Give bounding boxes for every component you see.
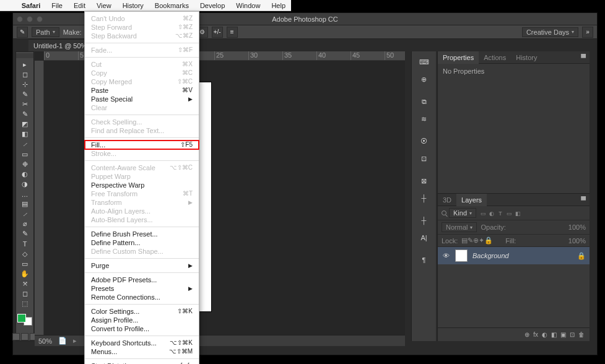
lock-option-0[interactable]: ▤ <box>461 236 468 244</box>
tool-slot-12[interactable]: ◑ <box>17 179 33 189</box>
fill-value[interactable]: 100% <box>568 237 586 245</box>
lock-option-1[interactable]: ✎ <box>468 236 473 244</box>
doc-size-icon[interactable]: 📄 <box>58 337 67 345</box>
lock-option-4[interactable]: 🔒 <box>484 236 493 244</box>
mini-panel-6[interactable]: ⊠ <box>415 173 433 189</box>
edit-menu-assign-profile-[interactable]: Assign Profile... <box>85 316 199 324</box>
blend-mode-select[interactable]: Normal▾ <box>442 222 477 232</box>
edit-menu-fill-[interactable]: Fill...⇧F5 <box>85 141 199 149</box>
mac-menu-view[interactable]: View <box>91 0 117 11</box>
edit-menu-define-pattern-[interactable]: Define Pattern... <box>85 238 199 247</box>
mini-panel-5[interactable]: ⊡ <box>415 150 433 167</box>
layer-filter-icon-0[interactable]: ▭ <box>479 210 487 217</box>
tool-slot-23[interactable]: ◻ <box>17 289 33 299</box>
edit-menu-define-brush-preset-[interactable]: Define Brush Preset... <box>85 230 199 238</box>
tool-slot-22[interactable]: ⤧ <box>17 279 33 288</box>
layers-footer-btn-4[interactable]: ▣ <box>560 331 566 338</box>
tool-slot-14[interactable]: ▤ <box>17 199 33 209</box>
close-window-button[interactable] <box>17 16 23 22</box>
mini-panel-1[interactable]: ⊕ <box>415 71 433 87</box>
zoom-window-button[interactable] <box>37 16 43 22</box>
color-swatches[interactable] <box>17 314 32 326</box>
zoom-level[interactable]: 50% <box>38 337 52 345</box>
tool-slot-11[interactable]: ◐ <box>17 169 33 179</box>
tool-slot-15[interactable]: ⟋ <box>17 209 33 219</box>
layers-footer-btn-0[interactable]: ⊕ <box>524 331 529 338</box>
path-mode-select[interactable]: Path▾ <box>32 27 59 37</box>
tool-slot-3[interactable]: ✎ <box>17 89 33 99</box>
mini-panel-7[interactable]: ┼ <box>415 190 433 206</box>
workspace-collapse-icon[interactable]: » <box>582 27 593 38</box>
layer-filter-icon-4[interactable]: ◧ <box>513 210 522 217</box>
mini-panel-3[interactable]: ≋ <box>415 111 433 127</box>
tool-slot-20[interactable]: ▭ <box>17 259 33 269</box>
mac-menu-safari[interactable]: Safari <box>16 0 46 11</box>
edit-menu-paste-special[interactable]: Paste Special▶ <box>85 95 199 103</box>
foreground-color-swatch[interactable] <box>17 314 26 323</box>
edit-menu-convert-to-profile-[interactable]: Convert to Profile... <box>85 324 199 333</box>
edit-menu-keyboard-shortcuts-[interactable]: Keyboard Shortcuts...⌥⇧⌘K <box>85 339 199 347</box>
layer-filter-kind[interactable]: Kind▾ <box>449 208 476 218</box>
edit-menu-color-settings-[interactable]: Color Settings...⇧⌘K <box>85 307 199 316</box>
layer-thumbnail[interactable] <box>455 249 468 262</box>
tab-properties[interactable]: Properties <box>438 51 479 64</box>
options-icon-3[interactable]: +/- <box>212 27 223 38</box>
layers-panel-menu-icon[interactable]: ▀ <box>577 196 590 204</box>
opacity-value[interactable]: 100% <box>568 223 586 231</box>
tool-slot-13[interactable]: … <box>17 189 33 199</box>
options-icon-4[interactable]: ≡ <box>227 27 238 38</box>
mini-panel-8[interactable]: ┼ <box>415 212 433 228</box>
lock-option-3[interactable]: ✦ <box>479 236 484 244</box>
mini-panel-4[interactable]: ⦿ <box>415 133 433 149</box>
lock-option-2[interactable]: ⊕ <box>473 236 479 244</box>
mac-menu-bookmarks[interactable]: Bookmarks <box>149 0 194 11</box>
layers-footer-btn-5[interactable]: ⊡ <box>570 331 575 338</box>
mac-menu-develop[interactable]: Develop <box>194 0 230 11</box>
edit-menu-perspective-warp[interactable]: Perspective Warp <box>85 181 199 189</box>
mini-panel-10[interactable]: ¶ <box>415 252 433 268</box>
mac-menu-history[interactable]: History <box>117 0 149 11</box>
screenmode-standard[interactable] <box>12 333 20 340</box>
edit-menu-paste[interactable]: Paste⌘V <box>85 86 199 95</box>
tool-slot-7[interactable]: ◧ <box>17 129 33 139</box>
mac-menu-edit[interactable]: Edit <box>68 0 91 11</box>
tool-slot-0[interactable]: ▸ <box>17 59 33 69</box>
tool-preset-icon[interactable]: ✎ <box>17 27 28 38</box>
tab-3d[interactable]: 3D <box>438 194 456 206</box>
tool-slot-16[interactable]: ⌀ <box>17 219 33 229</box>
tool-slot-2[interactable]: ⊹ <box>17 79 33 89</box>
mini-panel-9[interactable]: A| <box>415 230 433 246</box>
layer-item-background[interactable]: 👁 Background 🔒 <box>438 247 590 264</box>
tool-slot-5[interactable]: ✎ <box>17 110 33 119</box>
tool-slot-24[interactable]: ⬚ <box>17 299 33 309</box>
tool-slot-1[interactable]: ◻ <box>17 69 33 79</box>
layers-footer-btn-2[interactable]: ◐ <box>542 331 547 338</box>
edit-menu-menus-[interactable]: Menus...⌥⇧⌘M <box>85 347 199 356</box>
mac-menu-window[interactable]: Window <box>230 0 266 11</box>
edit-menu-start-dictation[interactable]: Start Dictationfn fn <box>85 362 199 364</box>
tools-collapse-handle[interactable] <box>16 53 33 58</box>
layer-filter-icon-2[interactable]: T <box>496 210 505 217</box>
layer-filter-icon-1[interactable]: ◐ <box>487 210 496 217</box>
screenmode-full[interactable] <box>21 333 28 340</box>
layers-footer-btn-1[interactable]: fx <box>533 331 538 338</box>
workspace-switcher[interactable]: Creative Days▾ <box>522 27 578 37</box>
layer-filter-icon-3[interactable]: ▭ <box>505 210 513 217</box>
tool-slot-21[interactable]: ✋ <box>17 269 33 279</box>
tab-actions[interactable]: Actions <box>479 51 511 64</box>
layers-footer-btn-6[interactable]: 🗑 <box>578 331 585 338</box>
edit-menu-remote-connections-[interactable]: Remote Connections... <box>85 293 199 301</box>
minimize-window-button[interactable] <box>27 16 33 22</box>
tool-slot-6[interactable]: ◩ <box>17 119 33 129</box>
mini-panel-2[interactable]: ⧉ <box>415 93 433 110</box>
tab-layers[interactable]: Layers <box>456 194 487 206</box>
tool-slot-19[interactable]: ◇ <box>17 249 33 259</box>
properties-panel-menu-icon[interactable]: ▀ <box>577 54 590 61</box>
visibility-toggle-icon[interactable]: 👁 <box>442 252 450 259</box>
layers-footer-btn-3[interactable]: ◧ <box>551 331 557 338</box>
tool-slot-10[interactable]: ❉ <box>17 159 33 169</box>
tool-slot-9[interactable]: ▭ <box>17 149 33 159</box>
mac-menu-help[interactable]: Help <box>266 0 291 11</box>
edit-menu-adobe-pdf-presets-[interactable]: Adobe PDF Presets... <box>85 275 199 284</box>
tool-slot-18[interactable]: T <box>17 239 33 249</box>
